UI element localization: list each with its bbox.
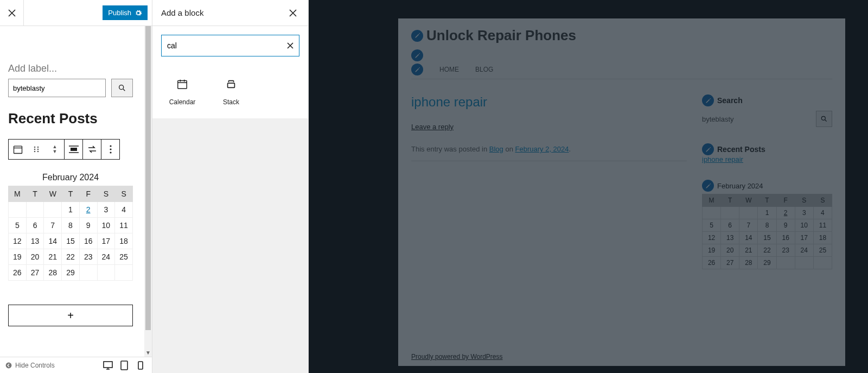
block-option-label: Calendar [169, 98, 196, 106]
editor-panel: Publish Add label... Recent Posts [0, 0, 152, 373]
search-input[interactable] [8, 79, 106, 97]
calendar-cell[interactable]: 11 [115, 218, 133, 233]
svg-rect-13 [104, 362, 112, 368]
calendar-cell[interactable]: 14 [44, 233, 62, 249]
plus-icon: + [67, 309, 74, 322]
calendar-cell[interactable]: 2 [79, 202, 97, 218]
inserter-search-box[interactable] [161, 35, 299, 56]
calendar-cell[interactable]: 8 [62, 218, 80, 233]
svg-point-11 [110, 151, 111, 153]
block-option-label: Stack [223, 98, 239, 106]
calendar-cell[interactable]: 9 [79, 218, 97, 233]
calendar-cell[interactable]: 4 [115, 202, 133, 218]
desktop-icon [103, 361, 113, 370]
svg-point-3 [37, 147, 39, 148]
calendar-cell[interactable]: 3 [97, 202, 115, 218]
calendar-day-header: F [79, 186, 97, 202]
search-button[interactable] [111, 79, 133, 97]
chevron-left-icon [5, 362, 12, 369]
block-inserter-panel: Add a block CalendarStack [152, 0, 309, 373]
calendar-icon [12, 144, 23, 155]
calendar-cell[interactable]: 27 [26, 265, 44, 281]
svg-point-6 [34, 151, 36, 153]
svg-point-12 [6, 362, 12, 368]
calendar-cell [44, 202, 62, 218]
calendar-cell[interactable]: 20 [26, 249, 44, 265]
calendar-cell[interactable]: 6 [26, 218, 44, 233]
calendar-day-header: S [97, 186, 115, 202]
move-up-down[interactable]: ▲▼ [46, 140, 64, 159]
calendar-cell[interactable]: 21 [44, 249, 62, 265]
calendar-cell[interactable]: 18 [115, 233, 133, 249]
editor-topbar: Publish [0, 0, 152, 26]
calendar-cell [115, 265, 133, 281]
gear-icon [135, 9, 142, 17]
calendar-cell[interactable]: 13 [26, 233, 44, 249]
calendar-cell[interactable]: 1 [62, 202, 80, 218]
editor-close-button[interactable] [0, 0, 24, 26]
more-options-button[interactable] [101, 140, 119, 159]
inserter-close-button[interactable] [286, 7, 299, 20]
calendar-cell[interactable]: 24 [97, 249, 115, 265]
calendar-block[interactable]: February 2024 MTWTFSS 123456789101112131… [8, 169, 133, 281]
calendar-cell[interactable]: 22 [62, 249, 80, 265]
calendar-cell[interactable]: 12 [9, 233, 27, 249]
add-label-placeholder[interactable]: Add label... [8, 63, 144, 74]
inserter-search-input[interactable] [167, 41, 287, 50]
svg-point-9 [110, 145, 111, 147]
svg-point-2 [34, 147, 36, 148]
mobile-preview-button[interactable] [135, 359, 146, 371]
calendar-day-header: M [9, 186, 27, 202]
block-type-button[interactable] [9, 140, 27, 159]
editor-body: Add label... Recent Posts ▲▼ [0, 26, 152, 373]
publish-button[interactable]: Publish [103, 5, 148, 20]
scrollbar-track[interactable]: ▼ [144, 26, 152, 357]
svg-point-4 [34, 149, 36, 150]
desktop-preview-button[interactable] [102, 359, 114, 371]
scrollbar-down-arrow[interactable]: ▼ [144, 350, 152, 356]
calendar-cell[interactable]: 28 [44, 265, 62, 281]
svg-rect-14 [121, 361, 127, 370]
calendar-cell[interactable]: 23 [79, 249, 97, 265]
svg-rect-15 [138, 362, 143, 369]
calendar-cell[interactable]: 29 [62, 265, 80, 281]
transform-button[interactable] [82, 140, 101, 159]
inserter-clear-button[interactable] [287, 42, 293, 49]
drag-handle[interactable] [27, 140, 46, 159]
calendar-cell[interactable]: 19 [9, 249, 27, 265]
tablet-icon [120, 361, 128, 370]
calendar-cell[interactable]: 10 [97, 218, 115, 233]
svg-rect-16 [178, 81, 187, 89]
calendar-cell[interactable]: 17 [97, 233, 115, 249]
calendar-cell[interactable]: 16 [79, 233, 97, 249]
calendar-cell [97, 265, 115, 281]
tablet-preview-button[interactable] [118, 359, 130, 371]
hide-controls-button[interactable]: Hide Controls [15, 362, 55, 369]
block-toolbar: ▲▼ [8, 139, 120, 160]
calendar-cell[interactable]: 5 [9, 218, 27, 233]
block-option-stack[interactable]: Stack [209, 69, 253, 114]
add-block-button[interactable]: + [8, 305, 133, 326]
calendar-cell[interactable]: 26 [9, 265, 27, 281]
svg-rect-1 [14, 146, 22, 153]
calendar-cell[interactable]: 25 [115, 249, 133, 265]
more-icon [110, 145, 112, 154]
svg-rect-8 [71, 148, 77, 151]
calendar-cell [26, 202, 44, 218]
close-icon [287, 42, 293, 49]
svg-point-10 [110, 148, 111, 150]
recent-posts-heading: Recent Posts [8, 110, 144, 127]
inserter-results: CalendarStack [152, 65, 308, 118]
search-icon [118, 84, 126, 92]
calendar-cell [79, 265, 97, 281]
calendar-day-header: T [26, 186, 44, 202]
calendar-title: February 2024 [8, 169, 133, 186]
drag-icon [33, 146, 40, 153]
calendar-cell[interactable]: 7 [44, 218, 62, 233]
calendar-cell[interactable]: 15 [62, 233, 80, 249]
close-icon [8, 9, 16, 17]
block-option-calendar[interactable]: Calendar [160, 69, 205, 114]
scrollbar-thumb[interactable] [145, 26, 151, 330]
align-button[interactable] [64, 140, 82, 159]
inserter-title: Add a block [161, 8, 286, 17]
